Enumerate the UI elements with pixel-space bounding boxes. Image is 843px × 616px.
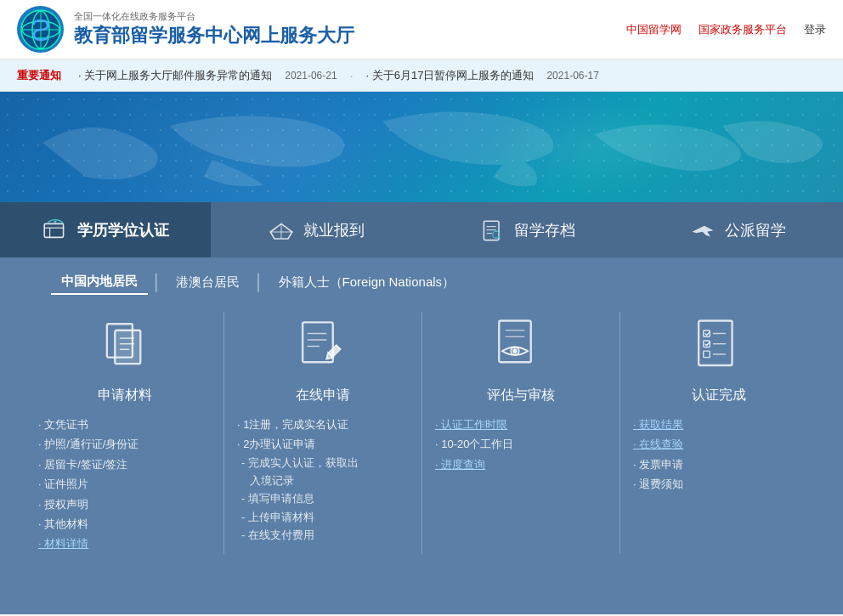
materials-icon-wrap [91,312,159,380]
detail-auth: · 授权声明 [38,494,211,514]
tab-xueli[interactable]: 学历学位认证 [0,202,211,257]
gov-service-link[interactable]: 国家政务服务平台 [699,22,787,37]
site-title: 教育部留学服务中心网上服务大厅 [74,23,354,48]
tab-xueli-label: 学历学位认证 [77,220,169,240]
detail-refund: · 退费须知 [633,474,805,494]
notice-label: 重要通知 [17,68,61,83]
detail-apply-sub1: - 完成实人认证，获取出 [237,455,409,472]
process-grid: 申请材料 · 文凭证书 · 护照/通行证/身份证 · 居留卡/签证/签注 · 证… [0,303,843,554]
detail-get-result[interactable]: · 获取结果 [633,415,805,434]
tab-gongpai[interactable]: 公派留学 [632,202,843,257]
complete-icon-wrap [685,312,753,380]
title-block: 全国一体化在线政务服务平台 教育部留学服务中心网上服务大厅 [74,10,354,48]
notice-date-2: 2021-06-17 [546,70,598,82]
detail-wenpei: · 文凭证书 [38,415,211,434]
platform-subtitle: 全国一体化在线政务服务平台 [74,10,354,23]
step-complete: 认证完成 · 获取结果 · 在线查验 · 发票申请 · 退费须知 [620,312,818,554]
svg-rect-17 [115,330,140,363]
notice-separator: · [350,69,354,82]
sub-tab-mainland[interactable]: 中国内地居民 [51,270,148,295]
tab-gongpai-label: 公派留学 [725,220,786,240]
sub-tab-sep-1: │ [152,274,161,291]
svg-rect-26 [499,320,531,362]
svg-rect-34 [703,351,710,358]
study-abroad-link[interactable]: 中国留学网 [626,22,682,37]
detail-photo: · 证件照片 [38,474,211,494]
detail-apply-sub2: 入境记录 [237,472,409,490]
sub-tab-sep-2: │ [254,274,263,291]
detail-materials-link[interactable]: · 材料详情 [38,534,211,553]
detail-invoice: · 发票申请 [633,455,805,474]
detail-workdays: · 10-20个工作日 [435,434,607,454]
logo-icon [17,6,64,53]
page-header: 全国一体化在线政务服务平台 教育部留学服务中心网上服务大厅 中国留学网 国家政务… [0,0,843,59]
evaluation-icon-wrap [487,312,555,380]
online-apply-icon-wrap [289,312,357,380]
svg-point-6 [54,220,56,223]
tab-jiuye[interactable]: 就业报到 [211,202,422,257]
detail-apply-sub3: - 填写申请信息 [237,490,409,508]
header-nav: 中国留学网 国家政务服务平台 登录 [626,22,826,37]
step-evaluation: 评估与审核 · 认证工作时限 · 10-20个工作日 · 进度查询 [422,312,620,554]
login-link[interactable]: 登录 [804,22,826,37]
main-tabs: 学历学位认证 就业报到 留学存档 公派留学 [0,202,843,257]
svg-rect-10 [484,221,499,240]
step-complete-label: 认证完成 [692,387,746,404]
sub-tab-foreign[interactable]: 外籍人士（Foreign Nationals） [269,271,466,294]
detail-time-limit[interactable]: · 认证工作时限 [435,415,607,434]
detail-passport: · 护照/通行证/身份证 [38,434,211,454]
detail-residence: · 居留卡/签证/签注 [38,455,211,474]
hero-banner [0,92,843,202]
main-content: 中国内地居民 │ 港澳台居民 │ 外籍人士（Foreign Nationals）… [0,257,843,614]
detail-apply-sub5: - 在线支付费用 [237,527,409,545]
tab-liuxue[interactable]: 留学存档 [422,202,632,257]
step-online-apply: 在线申请 · 1注册，完成实名认证 · 2办理认证申请 - 完成实人认证，获取出… [223,312,422,554]
step-apply-label: 在线申请 [296,387,350,404]
step-complete-details: · 获取结果 · 在线查验 · 发票申请 · 退费须知 [633,415,805,494]
notice-text-1[interactable]: · 关于网上服务大厅邮件服务异常的通知 [78,68,272,83]
sub-tab-hmt[interactable]: 港澳台居民 [166,271,250,294]
step-materials-label: 申请材料 [98,387,152,404]
notice-item-1: · 关于网上服务大厅邮件服务异常的通知 2021-06-21 · · 关于6月1… [78,68,826,83]
svg-rect-5 [44,223,63,237]
detail-register: · 1注册，完成实名认证 [237,415,409,434]
step-apply-details: · 1注册，完成实名认证 · 2办理认证申请 - 完成实人认证，获取出 入境记录… [237,415,409,545]
notice-date-1: 2021-06-21 [285,70,337,82]
tab-jiuye-label: 就业报到 [303,220,365,240]
notice-text-2[interactable]: · 关于6月17日暂停网上服务的通知 [366,68,535,83]
step-eval-details: · 认证工作时限 · 10-20个工作日 · 进度查询 [435,415,607,474]
detail-apply2: · 2办理认证申请 [237,434,409,454]
step-eval-label: 评估与审核 [487,387,555,404]
logo-area: 全国一体化在线政务服务平台 教育部留学服务中心网上服务大厅 [17,6,354,53]
detail-verify[interactable]: · 在线查验 [633,434,805,454]
resident-sub-tabs: 中国内地居民 │ 港澳台居民 │ 外籍人士（Foreign Nationals） [0,257,843,303]
detail-apply-sub4: - 上传申请材料 [237,509,409,527]
detail-progress[interactable]: · 进度查询 [435,455,607,474]
svg-point-28 [513,349,517,353]
step-materials: 申请材料 · 文凭证书 · 护照/通行证/身份证 · 居留卡/签证/签注 · 证… [25,312,223,554]
step-materials-details: · 文凭证书 · 护照/通行证/身份证 · 居留卡/签证/签注 · 证件照片 ·… [38,415,211,554]
notice-bar: 重要通知 · 关于网上服务大厅邮件服务异常的通知 2021-06-21 · · … [0,59,843,92]
tab-liuxue-label: 留学存档 [514,220,575,240]
detail-other: · 其他材料 [38,514,211,534]
